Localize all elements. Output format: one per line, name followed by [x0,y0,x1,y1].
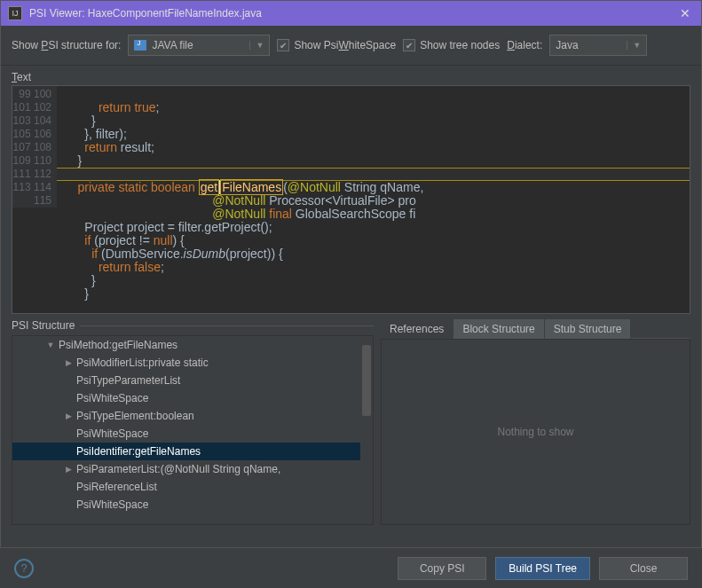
build-psi-tree-button[interactable]: Build PSI Tree [495,557,590,580]
tree-label: PsiReferenceList [75,481,157,493]
chevron-down-icon[interactable]: ▼ [44,341,57,349]
window-title: PSI Viewer: HaxeComponentFileNameIndex.j… [29,7,676,20]
psi-structure-panel: PSI Structure ▼PsiMethod:getFileNames▶Ps… [12,319,374,525]
tab-references[interactable]: References [381,319,454,339]
code-area[interactable]: return true; } }, filter); return result… [57,86,690,314]
close-icon[interactable]: ✕ [676,6,694,20]
checkbox-checked-icon: ✔ [277,39,289,51]
psi-structure-header: PSI Structure [12,319,75,332]
titlebar: IJ PSI Viewer: HaxeComponentFileNameInde… [1,1,701,26]
checkbox-checked-icon: ✔ [403,39,415,51]
code-editor[interactable]: 99 100 101 102 103 104 105 106 107 108 1… [12,85,690,314]
empty-text: Nothing to show [497,426,573,438]
tree-row[interactable]: ▶PsiParameterList:(@NotNull String qName… [12,460,360,478]
structure-for-label: Show PSI structure for: [12,39,121,51]
tree-label: PsiTypeParameterList [75,374,180,387]
scrollbar[interactable] [360,336,373,524]
chevron-right-icon[interactable]: ▶ [62,465,75,474]
tree-row[interactable]: PsiWhiteSpace [12,496,360,514]
tree-label: PsiWhiteSpace [75,427,148,440]
tree-row[interactable]: ▶PsiTypeElement:boolean [12,407,360,425]
file-type-value: JAVA file [152,39,193,51]
tree-label: PsiMethod:getFileNames [57,339,177,351]
tree-label: PsiTypeElement:boolean [75,410,194,422]
dialog-footer: ? Copy PSI Build PSI Tree Close [0,547,702,588]
detail-tabs: ReferencesBlock StructureStub Structure [381,319,690,339]
dialect-label: Dialect: [507,39,542,51]
psi-tree[interactable]: ▼PsiMethod:getFileNames▶PsiModifierList:… [12,335,374,525]
tree-label: PsiParameterList:(@NotNull String qName, [75,463,280,475]
chevron-right-icon[interactable]: ▶ [62,358,75,367]
tree-row[interactable]: ▶PsiModifierList:private static [12,354,360,372]
tree-label: PsiWhiteSpace [75,498,148,511]
file-type-dropdown[interactable]: JAVA file ▼ [128,35,270,56]
dialect-dropdown[interactable]: Java ▼ [549,35,647,56]
tab-stub-structure[interactable]: Stub Structure [545,319,632,339]
chevron-down-icon: ▼ [627,41,641,50]
tree-row[interactable]: PsiTypeParameterList [12,372,360,389]
show-tree-nodes-checkbox[interactable]: ✔ Show tree nodes [403,39,500,51]
close-button[interactable]: Close [599,557,688,580]
tree-label: PsiModifierList:private static [75,357,209,369]
help-icon[interactable]: ? [14,559,34,578]
detail-body: Nothing to show [381,339,690,525]
detail-panel: ReferencesBlock StructureStub Structure … [381,319,690,525]
java-file-icon [134,40,146,51]
toolbar: Show PSI structure for: JAVA file ▼ ✔ Sh… [1,26,701,66]
show-whitespace-checkbox[interactable]: ✔ Show PsiWhiteSpace [277,39,396,51]
tab-block-structure[interactable]: Block Structure [454,319,544,339]
app-icon: IJ [8,6,22,20]
tree-label: PsiWhiteSpace [75,392,148,404]
chevron-down-icon: ▼ [249,41,264,50]
tree-row[interactable]: PsiWhiteSpace [12,425,360,443]
tree-row[interactable]: PsiReferenceList [12,478,360,496]
tree-row[interactable]: ▼PsiMethod:getFileNames [12,336,360,354]
scrollbar-thumb[interactable] [362,345,371,416]
tree-row[interactable]: PsiWhiteSpace [12,389,360,407]
chevron-right-icon[interactable]: ▶ [62,412,75,420]
line-gutter: 99 100 101 102 103 104 105 106 107 108 1… [12,86,57,208]
text-section-label: Text [1,66,701,85]
tree-row[interactable]: PsiIdentifier:getFileNames [12,443,360,460]
tree-label: PsiIdentifier:getFileNames [75,445,201,458]
dialect-value: Java [556,39,578,51]
copy-psi-button[interactable]: Copy PSI [398,557,486,580]
